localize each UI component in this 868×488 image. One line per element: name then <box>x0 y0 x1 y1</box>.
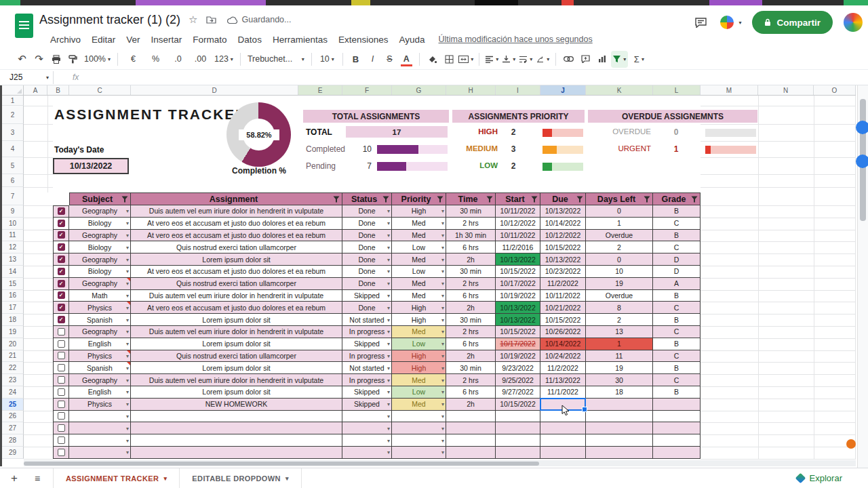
cell-priority[interactable]: ▾ <box>392 411 446 423</box>
cell-start[interactable]: 9/23/2022 <box>496 362 540 374</box>
cell-days-left[interactable]: Overdue <box>586 290 653 302</box>
cell-grade[interactable] <box>653 422 701 434</box>
column-header-a[interactable]: A <box>24 85 47 95</box>
redo-icon[interactable]: ↷ <box>31 51 47 68</box>
cell-days-left[interactable]: 18 <box>586 386 653 399</box>
cell-grade[interactable]: C <box>653 241 701 253</box>
cell-grade[interactable]: D <box>653 253 701 266</box>
cell-days-left[interactable]: 8 <box>586 302 653 314</box>
column-header-n[interactable]: N <box>758 85 814 95</box>
sheet-tab-editable-dropdown[interactable]: EDITABLE DROPDOWN ▾ <box>180 468 302 488</box>
dropdown-arrow-icon[interactable]: ▾ <box>441 401 444 407</box>
cell-grade[interactable]: C <box>653 374 701 386</box>
column-header-h[interactable]: H <box>446 85 496 95</box>
cell-days-left[interactable]: 1 <box>586 218 653 230</box>
cell-priority[interactable]: Low▾ <box>392 338 446 350</box>
cell-days-left[interactable] <box>586 411 653 423</box>
cell-time[interactable]: 2h <box>446 302 496 314</box>
cell-grade[interactable]: B <box>653 338 701 350</box>
text-rotation-button[interactable]: ▾ <box>534 51 551 68</box>
cell-days-left[interactable]: 13 <box>586 326 653 338</box>
filter-icon[interactable] <box>576 196 583 203</box>
cell-subject[interactable]: Physics▾ <box>69 302 131 314</box>
cell-grade[interactable] <box>653 434 701 447</box>
filter-icon[interactable] <box>437 196 443 203</box>
cell-priority[interactable]: Med▾ <box>392 253 446 266</box>
checkbox-unchecked[interactable] <box>58 352 65 359</box>
cell-assignment[interactable]: NEW HOMEWORK <box>131 399 342 411</box>
dropdown-arrow-icon[interactable]: ▾ <box>441 389 444 395</box>
dropdown-arrow-icon[interactable]: ▾ <box>387 352 390 359</box>
cell-complete[interactable]: ✓ <box>53 218 69 230</box>
cell-subject[interactable]: Biology▾ <box>69 266 131 278</box>
filter-icon[interactable] <box>644 196 650 203</box>
checkbox-unchecked[interactable] <box>58 424 65 432</box>
dropdown-arrow-icon[interactable]: ▾ <box>126 413 129 419</box>
cell-time[interactable] <box>446 422 496 434</box>
cell-due[interactable]: 10/21/2022 <box>540 302 586 314</box>
cell-grade[interactable]: B <box>653 314 701 326</box>
dropdown-arrow-icon[interactable]: ▾ <box>126 281 129 287</box>
cell-due[interactable]: 10/12/2022 <box>540 230 586 242</box>
last-modified-link[interactable]: Última modificación hace unos segundos <box>439 35 593 44</box>
cell-due[interactable] <box>540 422 586 434</box>
column-header-e[interactable]: E <box>298 85 342 95</box>
cell-assignment[interactable]: Quis nostrud exerci tation ullamcorper <box>131 350 342 363</box>
checkbox-unchecked[interactable] <box>58 449 65 456</box>
cell-subject[interactable]: English▾ <box>69 338 131 350</box>
sheet-tab-assignment-tracker[interactable]: ASSIGNMENT TRACKER ▾ <box>53 468 180 488</box>
cell-start[interactable] <box>496 411 540 423</box>
row-header-22[interactable]: 22 <box>2 362 24 374</box>
cell-due[interactable]: 10/14/2022 <box>540 338 586 350</box>
cell-time[interactable]: 30 min <box>446 266 496 278</box>
vertical-align-button[interactable]: ▾ <box>500 51 517 68</box>
dropdown-arrow-icon[interactable]: ▾ <box>126 220 129 226</box>
row-header-26[interactable]: 26 <box>2 411 24 423</box>
menu-item[interactable]: Herramientas <box>267 33 333 47</box>
row-header-14[interactable]: 14 <box>2 266 24 278</box>
menu-item[interactable]: Archivo <box>45 33 86 47</box>
column-header-time[interactable]: Time <box>446 192 496 205</box>
cell-start[interactable]: 10/15/2022 <box>496 399 540 411</box>
dropdown-arrow-icon[interactable]: ▾ <box>126 292 129 298</box>
column-header-k[interactable]: K <box>586 85 653 95</box>
cell-time[interactable]: 6 hrs <box>446 241 496 253</box>
cell-complete[interactable]: ✓ <box>53 205 69 218</box>
cell-status[interactable]: Done▾ <box>342 278 392 290</box>
cell-priority[interactable]: Med▾ <box>392 278 446 290</box>
cell-assignment[interactable]: Lorem ipsum dolor sit <box>131 362 342 374</box>
cell-start[interactable]: 11/2/2016 <box>496 241 540 253</box>
cell-assignment[interactable]: At vero eos et accusam et justo duo dolo… <box>131 230 342 242</box>
checkbox-unchecked[interactable] <box>58 328 65 336</box>
cell-complete[interactable] <box>53 350 69 363</box>
checkbox-checked[interactable]: ✓ <box>58 316 65 323</box>
cell-assignment[interactable]: Duis autem vel eum iriure dolor in hendr… <box>131 326 342 338</box>
cell-complete[interactable] <box>53 386 69 399</box>
dropdown-arrow-icon[interactable]: ▾ <box>387 437 390 443</box>
add-sheet-button[interactable]: + <box>5 470 23 487</box>
cell-due[interactable]: 10/15/2022 <box>540 314 586 326</box>
cell-time[interactable]: 2 hrs <box>446 278 496 290</box>
row-header-21[interactable]: 21 <box>2 350 24 363</box>
cell-days-left[interactable]: 30 <box>586 374 653 386</box>
checkbox-checked[interactable]: ✓ <box>58 268 65 275</box>
cell-status[interactable]: Done▾ <box>342 205 392 218</box>
column-header-i[interactable]: I <box>496 85 540 95</box>
cell-status[interactable]: Done▾ <box>342 218 392 230</box>
column-header-g[interactable]: G <box>392 85 446 95</box>
checkbox-checked[interactable]: ✓ <box>58 220 65 227</box>
filter-icon[interactable] <box>382 196 389 203</box>
cell-start[interactable]: 10/11/2022 <box>496 230 540 242</box>
filter-icon[interactable] <box>486 196 493 203</box>
cell-complete[interactable]: ✓ <box>53 278 69 290</box>
cell-assignment[interactable]: At vero eos et accusam et justo duo dolo… <box>131 218 342 230</box>
dropdown-arrow-icon[interactable]: ▾ <box>441 281 444 287</box>
name-box[interactable]: J25 ▾ <box>0 73 49 82</box>
cell-priority[interactable]: ▾ <box>392 422 446 434</box>
cell-start[interactable]: 10/15/2022 <box>496 326 540 338</box>
dropdown-arrow-icon[interactable]: ▾ <box>441 256 444 262</box>
menu-item[interactable]: Editar <box>86 33 121 47</box>
cell-grade[interactable]: C <box>653 218 701 230</box>
cell-priority[interactable]: Low▾ <box>392 386 446 399</box>
row-header-19[interactable]: 19 <box>2 326 24 338</box>
